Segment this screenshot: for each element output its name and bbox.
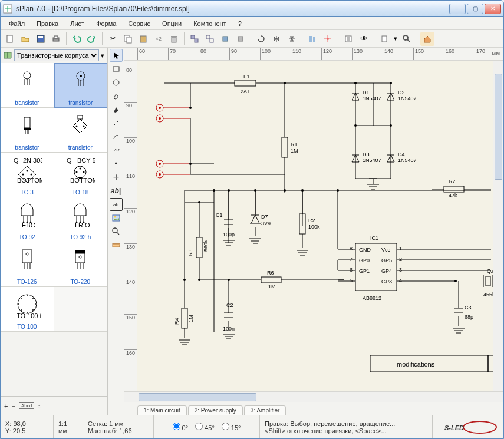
- lib-book-icon[interactable]: [3, 49, 12, 61]
- lib-item[interactable]: I R OTO 92 h: [54, 197, 108, 242]
- scrollbar-horizontal[interactable]: [124, 391, 503, 402]
- lib-item[interactable]: transistor: [54, 63, 108, 108]
- delete-button[interactable]: [167, 32, 181, 46]
- cut-button[interactable]: ✂: [106, 32, 120, 46]
- tab-1[interactable]: 1: Main circuit: [137, 405, 187, 415]
- maximize-button[interactable]: ▢: [467, 4, 483, 14]
- doc-button[interactable]: [377, 32, 391, 46]
- text-tool[interactable]: ab|: [110, 184, 123, 197]
- zoom-button[interactable]: [400, 32, 414, 46]
- save-button[interactable]: [34, 32, 48, 46]
- back-button[interactable]: [233, 32, 248, 46]
- svg-rect-8: [140, 36, 146, 42]
- menu-file[interactable]: Файл: [4, 19, 29, 28]
- svg-text:3: 3: [399, 267, 402, 273]
- print-button[interactable]: [49, 32, 63, 46]
- lib-item[interactable]: transistor: [1, 63, 54, 108]
- add-icon[interactable]: +: [4, 402, 8, 410]
- svg-text:D7: D7: [261, 214, 268, 220]
- menu-component[interactable]: Компонент: [189, 19, 230, 28]
- zoom-tool[interactable]: [110, 225, 123, 238]
- svg-text:Q: Q: [14, 158, 19, 164]
- svg-text:R2: R2: [308, 217, 315, 223]
- sheet-tabs: 1: Main circuit 2: Power supply 3: Ampli…: [124, 402, 503, 415]
- lib-item[interactable]: QBCY 58BOTTOM VIEWTO-18: [54, 153, 108, 197]
- unit-label: мм: [58, 427, 78, 434]
- lib-item[interactable]: TO-126: [1, 242, 54, 287]
- svg-point-103: [213, 189, 215, 192]
- angle-45[interactable]: [195, 423, 203, 430]
- svg-rect-9: [172, 37, 176, 42]
- fliph-button[interactable]: [269, 32, 284, 46]
- rotate-button[interactable]: [254, 32, 268, 46]
- image-tool[interactable]: [110, 212, 123, 225]
- paste-button[interactable]: [136, 32, 150, 46]
- label-icon[interactable]: Abcd: [19, 402, 34, 409]
- schematic-canvas[interactable]: F1 2AT D1 1N5407: [137, 61, 493, 391]
- tab-2[interactable]: 2: Power supply: [188, 405, 243, 415]
- rect-tool[interactable]: [110, 62, 123, 75]
- lib-item[interactable]: TO 100 top viewTO 100: [1, 287, 54, 332]
- dropdown-icon[interactable]: ▾: [393, 32, 398, 46]
- svg-point-42: [80, 168, 81, 170]
- menu-form[interactable]: Форма: [91, 19, 121, 28]
- svg-text:C3: C3: [465, 305, 472, 311]
- minimize-button[interactable]: —: [449, 4, 466, 14]
- select-tool[interactable]: [110, 49, 123, 62]
- list-button[interactable]: [341, 32, 355, 46]
- circle-tool[interactable]: [110, 76, 123, 89]
- close-button[interactable]: ✕: [485, 4, 501, 14]
- angle-15[interactable]: [222, 423, 229, 430]
- node-tool[interactable]: •: [110, 157, 123, 170]
- spline-tool[interactable]: [110, 144, 123, 157]
- cross-tool[interactable]: ✛: [110, 171, 123, 184]
- line-tool[interactable]: [110, 117, 123, 130]
- front-button[interactable]: [218, 32, 232, 46]
- lib-item[interactable]: transistor: [1, 108, 54, 153]
- measure-tool[interactable]: [110, 239, 123, 252]
- new-button[interactable]: [3, 32, 17, 46]
- remove-icon[interactable]: −: [11, 402, 15, 410]
- svg-point-19: [327, 38, 329, 40]
- snap-button[interactable]: [321, 32, 335, 46]
- svg-text:1N5407: 1N5407: [363, 95, 381, 101]
- flipv-button[interactable]: [285, 32, 299, 46]
- copy-button[interactable]: [121, 32, 135, 46]
- lib-item[interactable]: transistor: [54, 108, 108, 153]
- angle-0[interactable]: [173, 423, 180, 430]
- poly-tool[interactable]: [110, 90, 123, 103]
- fillpoly-tool[interactable]: [110, 103, 123, 116]
- bezier-tool[interactable]: [110, 130, 123, 143]
- library-select[interactable]: Транзисторные корпуса: [14, 49, 99, 61]
- svg-point-64: [21, 309, 22, 311]
- undo-button[interactable]: [70, 32, 84, 46]
- menubar: Файл Правка Лист Форма Сервис Опции Комп…: [1, 17, 503, 30]
- lib-item[interactable]: EBCTO 92: [1, 197, 54, 242]
- tab-3[interactable]: 3: Amplifier: [244, 405, 286, 415]
- ungroup-button[interactable]: [203, 32, 217, 46]
- svg-rect-1: [7, 35, 12, 42]
- menu-help[interactable]: ?: [233, 19, 246, 28]
- menu-service[interactable]: Сервис: [123, 19, 155, 28]
- lib-item[interactable]: Q2N 3055BOTTOM VIEWTO 3: [1, 153, 54, 197]
- svg-text:D1: D1: [363, 90, 370, 95]
- menu-options[interactable]: Опции: [157, 19, 186, 28]
- svg-text:68p: 68p: [465, 314, 473, 320]
- svg-text:IC1: IC1: [370, 235, 378, 241]
- move-icon[interactable]: ↕: [38, 402, 41, 410]
- menu-edit[interactable]: Правка: [32, 19, 63, 28]
- search-button[interactable]: 👁: [357, 32, 371, 46]
- textbox-tool[interactable]: ab: [110, 198, 123, 211]
- svg-text:TO 100 top view: TO 100 top view: [17, 312, 41, 319]
- group-button[interactable]: [187, 32, 202, 46]
- align-button[interactable]: [305, 32, 319, 46]
- home-button[interactable]: [420, 32, 434, 46]
- redo-button[interactable]: [85, 32, 99, 46]
- lib-dropdown-icon[interactable]: ▾: [101, 52, 105, 60]
- svg-point-102: [284, 82, 286, 84]
- dup-button[interactable]: ×2: [151, 32, 166, 46]
- lib-item[interactable]: TO-220: [54, 242, 108, 287]
- open-button[interactable]: [18, 32, 32, 46]
- menu-sheet[interactable]: Лист: [65, 19, 89, 28]
- scrollbar-vertical[interactable]: [493, 61, 503, 391]
